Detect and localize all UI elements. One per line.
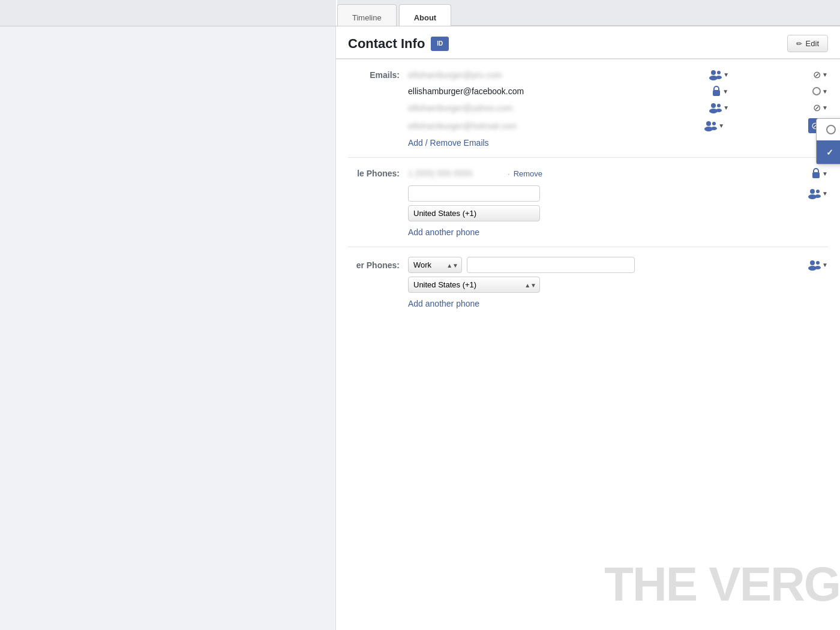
edit-button-label: Edit xyxy=(806,39,819,48)
svg-point-5 xyxy=(711,103,716,108)
email-3-privacy-arrow[interactable]: ▼ xyxy=(723,104,729,111)
email-1-vis-arrow[interactable]: ▼ xyxy=(822,71,828,78)
email-2-privacy: ▼ xyxy=(712,85,728,97)
contact-info-title-group: Contact Info ID xyxy=(348,36,449,52)
email-1-value-group: ellishamburger@pro.com xyxy=(408,70,691,80)
emails-section: Emails: ellishamburger@pro.com ▼ xyxy=(336,59,840,157)
phone-separator: · xyxy=(508,169,510,178)
emails-label: Emails: xyxy=(348,70,408,80)
no-entry-icon-1: ⊘ xyxy=(813,69,821,80)
mobile-phone-2-privacy: ▼ xyxy=(808,188,828,199)
svg-point-2 xyxy=(717,71,721,74)
tab-timeline[interactable]: Timeline xyxy=(337,4,397,26)
other-phones-section: er Phones: Work Home Other ▲▼ xyxy=(336,247,840,318)
dropdown-item-hidden[interactable]: ✓ ⊘ Hidden from Timeline xyxy=(817,140,840,164)
friends-icon-1 xyxy=(709,70,722,80)
mobile-phone-row-1: le Phones: 1 (555) 555-5555 · Remove ▼ xyxy=(348,167,828,179)
main-area: Contact Info ID ✏ Edit Emails: ellishamb… xyxy=(0,26,840,630)
other-country-select-wrapper: United States (+1) Canada (+1) United Ki… xyxy=(408,277,540,293)
mobile-add-phone-spacer xyxy=(348,227,408,237)
other-add-phone-spacer xyxy=(348,299,408,308)
email-row-1: Emails: ellishamburger@pro.com ▼ xyxy=(348,69,828,80)
other-phone-1-privacy: ▼ xyxy=(808,260,828,271)
other-phone-input-group: Work Home Other ▲▼ xyxy=(408,257,790,273)
email-1-visibility: ⊘ ▼ xyxy=(813,69,828,80)
email-row-2: ellishamburger@facebook.com ▼ ▼ xyxy=(348,85,828,97)
email-row-3: ellishamburger@yahoo.com ▼ ⊘ ▼ xyxy=(348,102,828,113)
add-emails-spacer xyxy=(348,138,408,148)
mobile-phones-section: le Phones: 1 (555) 555-5555 · Remove ▼ xyxy=(336,158,840,247)
svg-point-3 xyxy=(716,76,722,79)
email-3-text: ellishamburger@yahoo.com xyxy=(408,103,564,113)
other-phone-input[interactable] xyxy=(467,257,635,273)
mobile-phone-country-select[interactable]: United States (+1) Canada (+1) United Ki… xyxy=(408,205,540,221)
other-add-phone-link[interactable]: Add another phone xyxy=(408,299,479,308)
email-1-text: ellishamburger@pro.com xyxy=(408,70,564,80)
right-panel: Contact Info ID ✏ Edit Emails: ellishamb… xyxy=(336,26,840,630)
svg-point-17 xyxy=(815,194,821,198)
mobile-phone-input[interactable] xyxy=(408,185,540,202)
email-row-4: ellishamburger@hotmail.com ▼ ⊘ ▼ xyxy=(348,118,828,133)
email-1-privacy: ▼ xyxy=(709,70,729,80)
other-phones-label: er Phones: xyxy=(348,260,408,270)
mobile-phone-row-2: ▼ xyxy=(348,185,828,202)
mobile-phone-value-group: 1 (555) 555-5555 · Remove xyxy=(408,169,793,178)
page-wrapper: Timeline About Contact Info ID ✏ Edit xyxy=(0,0,840,630)
tab-bar: Timeline About xyxy=(0,0,840,26)
mobile-add-phone-row: Add another phone xyxy=(348,227,828,237)
svg-point-11 xyxy=(712,122,716,125)
svg-point-8 xyxy=(716,109,722,112)
email-2-privacy-arrow[interactable]: ▼ xyxy=(722,88,728,95)
svg-point-12 xyxy=(711,127,717,130)
other-phone-country-select[interactable]: United States (+1) Canada (+1) United Ki… xyxy=(408,277,540,293)
remove-phone-link[interactable]: Remove xyxy=(514,169,542,178)
email-2-visibility: ▼ xyxy=(812,87,828,95)
no-entry-icon-3: ⊘ xyxy=(813,102,821,113)
mobile-phone-country-row: United States (+1) Canada (+1) United Ki… xyxy=(348,205,828,221)
svg-point-9 xyxy=(706,121,711,126)
email-4-privacy: ▼ xyxy=(704,121,724,131)
svg-rect-13 xyxy=(812,172,820,178)
mobile-phone-input-group xyxy=(408,185,790,202)
lock-icon-phone1 xyxy=(811,167,821,179)
email-3-visibility: ⊘ ▼ xyxy=(813,102,828,113)
contact-info-title: Contact Info xyxy=(348,36,425,52)
phone-type-select-wrapper: Work Home Other ▲▼ xyxy=(408,257,462,273)
add-remove-emails-link[interactable]: Add / Remove Emails xyxy=(408,138,489,148)
email-2-vis-arrow[interactable]: ▼ xyxy=(822,88,828,95)
friends-icon-other1 xyxy=(808,260,821,271)
add-remove-emails-row: Add / Remove Emails xyxy=(348,138,828,148)
email-2-value-group: ellishamburger@facebook.com xyxy=(408,86,694,96)
friends-icon-phone2 xyxy=(808,188,821,199)
email-1-privacy-arrow[interactable]: ▼ xyxy=(723,71,729,78)
email-3-vis-arrow[interactable]: ▼ xyxy=(822,104,828,111)
email-4-privacy-arrow[interactable]: ▼ xyxy=(718,122,724,129)
contact-info-icon: ID xyxy=(431,37,449,51)
circle-icon-2 xyxy=(812,87,821,95)
other-phone-row-1: er Phones: Work Home Other ▲▼ xyxy=(348,257,828,273)
svg-point-18 xyxy=(810,260,815,265)
phone-type-select[interactable]: Work Home Other xyxy=(408,257,462,273)
visibility-dropdown-menu: ○ Shown on Timeline ✓ ⊘ Hidden from Time… xyxy=(816,118,840,164)
email-3-privacy: ▼ xyxy=(709,103,729,113)
dropdown-radio-shown xyxy=(826,125,836,134)
dropdown-checkmark: ✓ xyxy=(826,148,833,157)
svg-point-7 xyxy=(717,104,721,107)
mobile-phones-label: le Phones: xyxy=(348,169,408,178)
svg-rect-4 xyxy=(713,90,720,96)
dropdown-item-shown[interactable]: ○ Shown on Timeline xyxy=(817,119,840,140)
email-2-text: ellishamburger@facebook.com xyxy=(408,86,564,96)
svg-point-21 xyxy=(815,266,821,269)
email-4-value-group: ellishamburger@hotmail.com xyxy=(408,121,686,131)
svg-point-14 xyxy=(810,189,815,194)
other-phone-1-arrow[interactable]: ▼ xyxy=(822,262,828,268)
contact-info-header: Contact Info ID ✏ Edit xyxy=(336,26,840,59)
email-3-value-group: ellishamburger@yahoo.com xyxy=(408,103,691,113)
mobile-add-phone-link[interactable]: Add another phone xyxy=(408,227,479,237)
tab-about[interactable]: About xyxy=(399,4,452,26)
mobile-phone-1-privacy: ▼ xyxy=(811,167,828,179)
mobile-phone-1-arrow[interactable]: ▼ xyxy=(822,170,828,177)
svg-point-16 xyxy=(816,190,820,193)
edit-button[interactable]: ✏ Edit xyxy=(787,35,828,52)
mobile-phone-2-arrow[interactable]: ▼ xyxy=(822,190,828,197)
